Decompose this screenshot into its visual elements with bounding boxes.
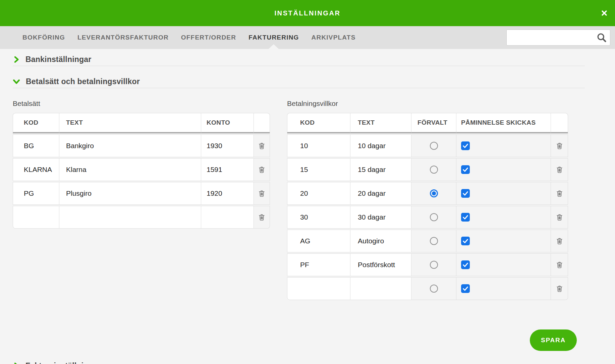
section-header-bankinstallningar[interactable]: Bankinställningar — [13, 53, 585, 66]
tab-offert-order[interactable]: OFFERT/ORDER — [181, 26, 236, 49]
betalningsvillkor-panel: Betalningsvillkor KODTEXTFÖRVALTPÅMINNEL… — [287, 100, 568, 301]
cell-konto[interactable]: 1920 — [201, 182, 254, 205]
delete-row-button[interactable] — [551, 206, 567, 228]
cell-text[interactable]: 30 dagar — [350, 206, 411, 229]
settings-modal: INSTÄLLNINGAR BOKFÖRINGLEVERANTÖRSFAKTUR… — [0, 0, 615, 364]
trash-icon — [556, 166, 563, 174]
forvalt-radio[interactable] — [430, 285, 438, 293]
trash-icon — [556, 190, 563, 197]
paminnelse-cell — [456, 253, 551, 276]
cell-text[interactable] — [350, 277, 411, 300]
cell-kod[interactable]: 30 — [287, 206, 350, 229]
table-row: BGBankgiro1930 — [13, 134, 270, 157]
column-header-blank — [254, 113, 270, 133]
betalsatt-panel: Betalsätt KODTEXTKONTO BGBankgiro1930KLA… — [13, 100, 270, 230]
paminnelse-cell — [456, 230, 551, 252]
forvalt-radio[interactable] — [430, 142, 438, 150]
paminnelse-checkbox[interactable] — [461, 189, 470, 198]
delete-row-button[interactable] — [254, 183, 269, 204]
cell-text[interactable]: Autogiro — [350, 230, 411, 252]
forvalt-radio[interactable] — [430, 261, 438, 269]
save-button[interactable]: SPARA — [530, 329, 577, 351]
paminnelse-checkbox[interactable] — [461, 213, 470, 222]
trash-cell — [551, 230, 568, 252]
paminnelse-checkbox[interactable] — [461, 165, 470, 174]
cell-text[interactable]: 20 dagar — [350, 182, 411, 205]
paminnelse-checkbox[interactable] — [461, 284, 470, 293]
forvalt-radio[interactable] — [430, 166, 438, 174]
cell-konto[interactable] — [201, 206, 254, 229]
close-icon — [601, 10, 608, 16]
paminnelse-checkbox[interactable] — [461, 237, 470, 245]
search-icon[interactable] — [596, 32, 607, 43]
section-header-betalsatt-och-betalningsvillkor[interactable]: Betalsätt och betalningsvillkor — [13, 75, 585, 88]
search-input[interactable] — [507, 30, 596, 45]
cell-kod[interactable]: 10 — [287, 134, 350, 157]
table-row: 3030 dagar — [287, 206, 568, 229]
forvalt-radio[interactable] — [430, 237, 438, 245]
cell-kod[interactable]: PG — [13, 182, 59, 205]
column-header-konto: KONTO — [201, 113, 254, 133]
trash-cell — [551, 182, 568, 205]
table-row — [287, 277, 568, 300]
delete-row-button[interactable] — [254, 159, 269, 180]
tabs-container: BOKFÖRINGLEVERANTÖRSFAKTUROROFFERT/ORDER… — [22, 26, 368, 49]
cell-text[interactable]: Postförskott — [350, 253, 411, 276]
chevron-down-icon — [13, 78, 20, 85]
cell-text[interactable] — [59, 206, 201, 229]
column-header-kod: KOD — [287, 113, 350, 133]
cell-konto[interactable]: 1930 — [201, 134, 254, 157]
table-row: 2020 dagar — [287, 182, 568, 205]
forvalt-cell — [411, 253, 456, 276]
cell-kod[interactable] — [13, 206, 59, 229]
delete-row-button[interactable] — [551, 135, 567, 157]
delete-row-button[interactable] — [551, 159, 567, 180]
cell-text[interactable]: Plusgiro — [59, 182, 201, 205]
delete-row-button[interactable] — [254, 135, 269, 157]
delete-row-button[interactable] — [551, 254, 567, 276]
chevron-right-icon — [13, 56, 20, 63]
cell-kod[interactable]: AG — [287, 230, 350, 252]
forvalt-radio[interactable] — [430, 213, 438, 221]
paminnelse-cell — [456, 182, 551, 205]
trash-icon — [556, 142, 563, 150]
paminnelse-cell — [456, 158, 551, 181]
cell-text[interactable]: 10 dagar — [350, 134, 411, 157]
cell-kod[interactable]: BG — [13, 134, 59, 157]
paminnelse-checkbox[interactable] — [461, 260, 470, 269]
cell-text[interactable]: Bankgiro — [59, 134, 201, 157]
betalningsvillkor-table: KODTEXTFÖRVALTPÅMINNELSE SKICKAS 1010 da… — [287, 112, 568, 301]
forvalt-radio[interactable] — [430, 189, 438, 197]
close-button[interactable] — [600, 8, 609, 18]
section-header-partial[interactable]: Fakturainställningar — [13, 359, 585, 364]
tab-arkivplats[interactable]: ARKIVPLATS — [312, 26, 356, 49]
trash-icon — [556, 285, 563, 293]
delete-row-button[interactable] — [551, 230, 567, 252]
table-row — [13, 206, 270, 229]
trash-icon — [258, 214, 266, 221]
trash-cell — [551, 134, 568, 157]
table-row: KLARNAKlarna1591 — [13, 158, 270, 181]
tab-fakturering[interactable]: FAKTURERING — [248, 26, 299, 49]
trash-icon — [258, 166, 266, 174]
table-header-row: KODTEXTFÖRVALTPÅMINNELSE SKICKAS — [287, 113, 568, 133]
tab-leverant-rsfakturor[interactable]: LEVERANTÖRSFAKTUROR — [77, 26, 169, 49]
paminnelse-cell — [456, 277, 551, 300]
cell-text[interactable]: Klarna — [59, 158, 201, 181]
delete-row-button[interactable] — [551, 183, 567, 204]
forvalt-cell — [411, 182, 456, 205]
tab-bokf-ring[interactable]: BOKFÖRING — [22, 26, 65, 49]
cell-kod[interactable]: 20 — [287, 182, 350, 205]
cell-kod[interactable] — [287, 277, 350, 300]
cell-kod[interactable]: KLARNA — [13, 158, 59, 181]
cell-kod[interactable]: 15 — [287, 158, 350, 181]
cell-kod[interactable]: PF — [287, 253, 350, 276]
delete-row-button[interactable] — [254, 206, 269, 228]
cell-konto[interactable]: 1591 — [201, 158, 254, 181]
forvalt-cell — [411, 206, 456, 229]
column-header-kod: KOD — [13, 113, 59, 133]
delete-row-button[interactable] — [551, 278, 567, 299]
cell-text[interactable]: 15 dagar — [350, 158, 411, 181]
betalningsvillkor-table-label: Betalningsvillkor — [287, 100, 568, 108]
paminnelse-checkbox[interactable] — [461, 141, 470, 150]
